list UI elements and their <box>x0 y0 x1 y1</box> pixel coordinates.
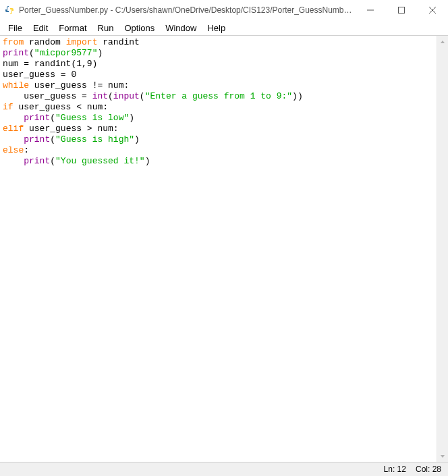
menu-help[interactable]: Help <box>202 22 231 34</box>
menubar: File Edit Format Run Options Window Help <box>0 20 448 35</box>
scroll-down-arrow-icon[interactable] <box>437 450 448 462</box>
code-editor[interactable]: from random import randintprint("micpor9… <box>0 36 437 462</box>
svg-marker-5 <box>441 455 445 458</box>
menu-run[interactable]: Run <box>92 22 119 34</box>
code-line: user_guess = int(input("Enter a guess fr… <box>3 91 434 102</box>
statusbar: Ln: 12 Col: 28 <box>0 462 448 476</box>
code-line: else: <box>3 145 434 156</box>
titlebar: Porter_GuessNumber.py - C:/Users/shawn/O… <box>0 0 448 20</box>
maximize-button[interactable] <box>386 0 417 20</box>
code-line: if user_guess < num: <box>3 102 434 113</box>
code-line: num = randint(1,9) <box>3 59 434 70</box>
code-line: print("You guessed it!") <box>3 156 434 167</box>
svg-marker-4 <box>441 41 445 43</box>
editor-area: from random import randintprint("micpor9… <box>0 36 448 462</box>
code-line: print("Guess is high") <box>3 134 434 145</box>
menu-edit[interactable]: Edit <box>28 22 53 34</box>
menu-file[interactable]: File <box>3 22 28 34</box>
window-title: Porter_GuessNumber.py - C:/Users/shawn/O… <box>19 5 355 15</box>
vertical-scrollbar[interactable] <box>437 36 448 462</box>
scroll-up-arrow-icon[interactable] <box>437 36 448 47</box>
status-line: Ln: 12 <box>384 465 406 474</box>
menu-format[interactable]: Format <box>53 22 92 34</box>
code-line: elif user_guess > num: <box>3 124 434 134</box>
close-button[interactable] <box>417 0 448 20</box>
svg-rect-1 <box>399 7 405 14</box>
code-line: while user_guess != num: <box>3 80 434 91</box>
code-line: user_guess = 0 <box>3 70 434 80</box>
code-line: print("Guess is low") <box>3 113 434 124</box>
code-line: print("micpor9577") <box>3 48 434 59</box>
window-controls <box>355 0 448 20</box>
code-line: from random import randint <box>3 37 434 48</box>
app-icon <box>4 5 15 16</box>
menu-window[interactable]: Window <box>160 22 202 34</box>
status-col: Col: 28 <box>416 465 441 474</box>
menu-options[interactable]: Options <box>119 22 160 34</box>
minimize-button[interactable] <box>355 0 386 20</box>
